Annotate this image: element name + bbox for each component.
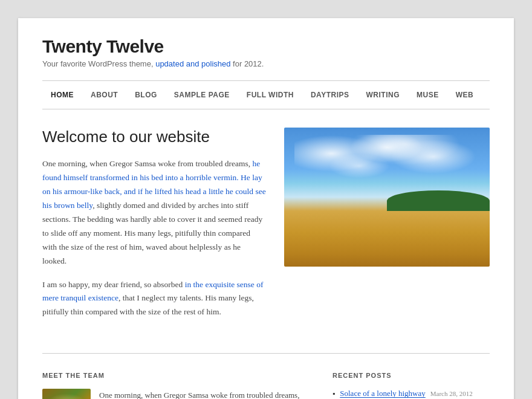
meet-the-team-section: MEET THE TEAM One morning, when Gregor S…	[42, 372, 308, 399]
site-nav: HOMEABOUTBLOGSAMPLE PAGEFULL WIDTHDAYTRI…	[42, 81, 490, 109]
post-link[interactable]: Solace of a lonely highway	[340, 389, 426, 398]
nav-item: BLOG	[126, 87, 166, 103]
nav-link[interactable]: HOME	[42, 87, 82, 103]
description-link[interactable]: updated and polished	[155, 59, 230, 68]
nav-item: WEB	[447, 87, 482, 103]
description-text-before: Your favorite WordPress theme,	[42, 59, 155, 68]
hero-image	[284, 128, 490, 267]
nav-link[interactable]: WEB	[447, 87, 482, 103]
nav-link[interactable]: ABOUT	[82, 87, 126, 103]
recent-posts-section: RECENT POSTS Solace of a lonely highwayM…	[332, 372, 490, 399]
hero-heading: Welcome to our website	[42, 128, 266, 146]
hero-link-1[interactable]: he found himself transformed in his bed …	[42, 159, 266, 210]
nav-item: FULL WIDTH	[238, 87, 302, 103]
hero-link-2[interactable]: in the exquisite sense of mere tranquil …	[42, 280, 263, 303]
nav-item: WRITING	[358, 87, 409, 103]
team-text: One morning, when Gregor Samsa woke from…	[99, 389, 308, 399]
nav-list: HOMEABOUTBLOGSAMPLE PAGEFULL WIDTHDAYTRI…	[42, 87, 490, 103]
site-header: Twenty Twelve Your favorite WordPress th…	[42, 36, 490, 81]
nav-link[interactable]: SAMPLE PAGE	[166, 87, 238, 103]
site-title: Twenty Twelve	[42, 36, 490, 57]
recent-posts-heading: RECENT POSTS	[332, 372, 490, 379]
nav-link[interactable]: MUSE	[408, 87, 447, 103]
hero-paragraph-2: I am so happy, my dear friend, so absorb…	[42, 278, 266, 320]
nav-link[interactable]: WRITING	[358, 87, 409, 103]
meet-team-heading: MEET THE TEAM	[42, 372, 308, 379]
bottom-sections: MEET THE TEAM One morning, when Gregor S…	[42, 372, 490, 399]
recent-posts-list: Solace of a lonely highwayMarch 28, 2012…	[332, 389, 490, 399]
main-content: Welcome to our website One morning, when…	[42, 128, 490, 329]
nav-item: HOME	[42, 87, 82, 103]
site-description: Your favorite WordPress theme, updated a…	[42, 59, 490, 68]
nav-item: SAMPLE PAGE	[166, 87, 238, 103]
nav-link[interactable]: BLOG	[126, 87, 166, 103]
nav-link[interactable]: DAYTRIPS	[302, 87, 358, 103]
nav-item: ABOUT	[82, 87, 126, 103]
nav-item: DAYTRIPS	[302, 87, 358, 103]
content-text: Welcome to our website One morning, when…	[42, 128, 266, 329]
section-divider	[42, 353, 490, 354]
nav-item: MUSE	[408, 87, 447, 103]
description-text-after: for 2012.	[231, 59, 264, 68]
hero-paragraph-1: One morning, when Gregor Samsa woke from…	[42, 157, 266, 268]
content-image	[284, 128, 490, 329]
team-image	[42, 389, 91, 399]
page-wrapper: Twenty Twelve Your favorite WordPress th…	[18, 18, 514, 399]
nav-link[interactable]: FULL WIDTH	[238, 87, 302, 103]
team-content: One morning, when Gregor Samsa woke from…	[42, 389, 308, 399]
list-item: Solace of a lonely highwayMarch 28, 2012	[332, 389, 490, 398]
post-date: March 28, 2012	[430, 390, 473, 397]
